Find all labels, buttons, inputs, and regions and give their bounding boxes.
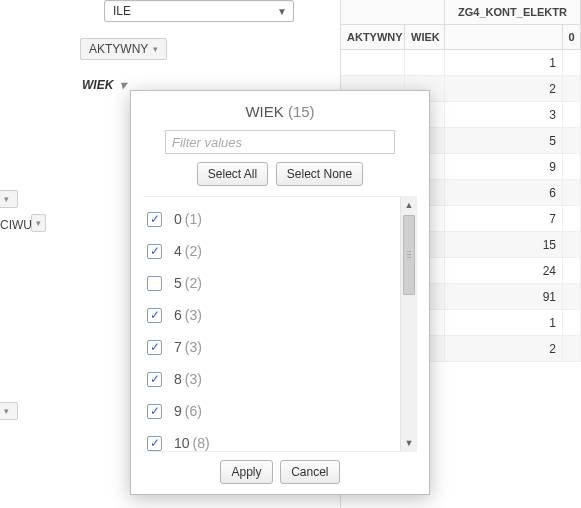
list-item[interactable]: 8(3) (147, 363, 395, 395)
measure-dropdown[interactable]: ILE ▼ (104, 0, 294, 22)
cell-value: 3 (445, 102, 563, 127)
list-item[interactable]: 0(1) (147, 203, 395, 235)
popup-title-count: (15) (288, 103, 315, 120)
list-item-count: (6) (185, 403, 202, 419)
grid-header-col1[interactable]: AKTYWNY (341, 25, 405, 50)
cell (563, 128, 581, 153)
cell-value: 2 (445, 336, 563, 361)
list-item-label: 10 (174, 435, 190, 451)
cell-value: 24 (445, 258, 563, 283)
scrollbar-grip-icon (407, 251, 411, 259)
popup-title-text: WIEK (245, 103, 283, 120)
list-item-label: 8 (174, 371, 182, 387)
cell-value: 6 (445, 180, 563, 205)
list-item[interactable]: 9(6) (147, 395, 395, 427)
cell-value: 9 (445, 154, 563, 179)
list-item[interactable]: 6(3) (147, 299, 395, 331)
list-item-count: (2) (185, 243, 202, 259)
popup-title: WIEK (15) (143, 103, 417, 120)
checkbox[interactable] (147, 372, 162, 387)
cell (563, 232, 581, 257)
scroll-down-icon[interactable]: ▼ (401, 435, 417, 451)
chevron-down-icon: ▾ (4, 406, 9, 416)
grid-header-col4[interactable]: 0 (563, 25, 581, 50)
filter-pill-ciwu-label: CIWU (0, 218, 32, 232)
cell (563, 180, 581, 205)
active-filter-label: WIEK (82, 78, 113, 92)
list-item-label: 5 (174, 275, 182, 291)
cell (341, 50, 405, 75)
measure-dropdown-label: ILE (113, 4, 131, 18)
checkbox[interactable] (147, 276, 162, 291)
cancel-button[interactable]: Cancel (280, 460, 339, 484)
checkbox[interactable] (147, 404, 162, 419)
chevron-down-icon: ▾ (153, 44, 158, 54)
list-item[interactable]: 4(2) (147, 235, 395, 267)
checkbox[interactable] (147, 308, 162, 323)
chevron-down-icon: ▾ (120, 78, 126, 92)
cell (563, 76, 581, 101)
cell (563, 310, 581, 335)
scroll-up-icon[interactable]: ▲ (401, 197, 417, 213)
checkbox[interactable] (147, 340, 162, 355)
cell (563, 206, 581, 231)
chevron-down-icon: ▾ (36, 218, 41, 228)
list-item-count: (3) (185, 371, 202, 387)
cell-value: 1 (445, 50, 563, 75)
cell-value: 5 (445, 128, 563, 153)
cell-value: 1 (445, 310, 563, 335)
filter-pill-label: AKTYWNY (89, 42, 148, 56)
list-item-label: 4 (174, 243, 182, 259)
list-item[interactable]: 10(8) (147, 427, 395, 451)
cell (563, 336, 581, 361)
cell (563, 102, 581, 127)
list-item[interactable]: 7(3) (147, 331, 395, 363)
checkbox[interactable] (147, 436, 162, 451)
cell-value: 7 (445, 206, 563, 231)
scrollbar-track[interactable] (401, 213, 417, 435)
cell (563, 284, 581, 309)
select-none-button[interactable]: Select None (276, 162, 363, 186)
grid-header-spacer (341, 0, 445, 25)
cell-value: 91 (445, 284, 563, 309)
list-item-label: 0 (174, 211, 182, 227)
grid-header: ZG4_KONT_ELEKTR AKTYWNY WIEK 0 (341, 0, 581, 50)
values-list-wrap: 0(1)4(2)5(2)6(3)7(3)8(3)9(6)10(8) ▲ ▼ (143, 196, 417, 451)
list-item-label: 6 (174, 307, 182, 323)
list-item-count: (8) (193, 435, 210, 451)
apply-button[interactable]: Apply (220, 460, 272, 484)
cell-value: 15 (445, 232, 563, 257)
cell (405, 50, 445, 75)
select-buttons-row: Select All Select None (143, 162, 417, 186)
filter-pill-partial-1[interactable]: ▾ (0, 190, 18, 208)
table-row[interactable]: 1 (341, 50, 581, 76)
filter-pill-partial-2[interactable]: ▾ (0, 402, 18, 420)
grid-header-col2[interactable]: WIEK (405, 25, 445, 50)
list-item[interactable]: 5(2) (147, 267, 395, 299)
scrollbar[interactable]: ▲ ▼ (400, 197, 417, 451)
chevron-down-icon: ▾ (4, 194, 9, 204)
cell (563, 258, 581, 283)
filter-popup: WIEK (15) Select All Select None 0(1)4(2… (130, 90, 430, 495)
filter-pill-aktywny[interactable]: AKTYWNY ▾ (80, 38, 167, 60)
list-item-count: (3) (185, 339, 202, 355)
select-all-button[interactable]: Select All (197, 162, 268, 186)
list-item-label: 9 (174, 403, 182, 419)
chevron-down-icon: ▼ (277, 6, 287, 17)
grid-header-group[interactable]: ZG4_KONT_ELEKTR (445, 0, 581, 25)
list-item-count: (3) (185, 307, 202, 323)
list-item-count: (1) (185, 211, 202, 227)
filter-values-input[interactable] (165, 130, 395, 154)
grid-header-col3[interactable] (445, 25, 563, 50)
list-item-label: 7 (174, 339, 182, 355)
list-item-count: (2) (185, 275, 202, 291)
checkbox[interactable] (147, 212, 162, 227)
cell (563, 154, 581, 179)
popup-footer: Apply Cancel (143, 451, 417, 484)
scrollbar-thumb[interactable] (403, 215, 415, 295)
checkbox[interactable] (147, 244, 162, 259)
values-list: 0(1)4(2)5(2)6(3)7(3)8(3)9(6)10(8) (143, 197, 399, 451)
filter-pill-ciwu-caret[interactable]: ▾ (31, 214, 46, 232)
active-filter-wiek[interactable]: WIEK ▾ (82, 78, 126, 92)
cell (563, 50, 581, 75)
